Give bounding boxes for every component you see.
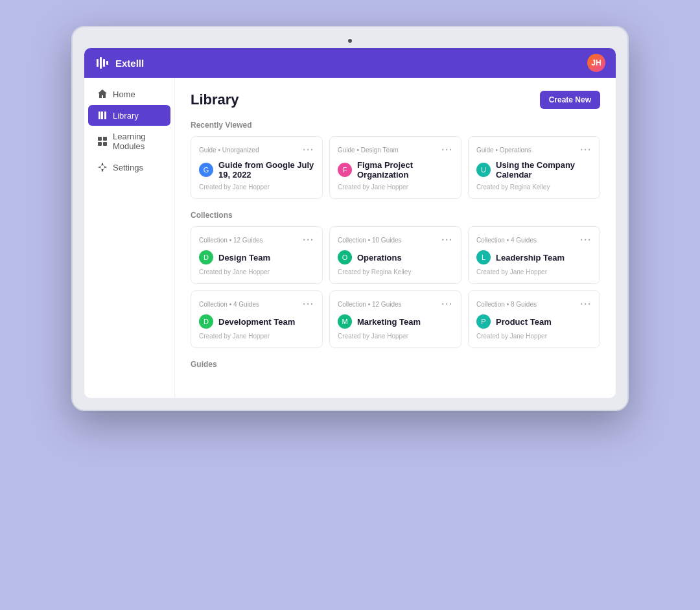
card-title: Design Team [218, 253, 270, 263]
card-more-button[interactable]: ··· [303, 235, 314, 245]
card-icon: D [199, 250, 213, 264]
svg-rect-3 [106, 61, 108, 65]
card-meta-label: Collection • 4 Guides [476, 237, 537, 244]
guides-label: Guides [191, 360, 600, 369]
content-area: Library Create New Recently Viewed Guide… [175, 78, 616, 398]
card-item[interactable]: Guide • Operations ··· U Using the Compa… [468, 136, 600, 199]
card-title: Operations [357, 253, 402, 263]
card-meta: Collection • 10 Guides ··· [338, 235, 453, 245]
sidebar-label-learning-modules: Learning Modules [113, 132, 161, 151]
card-title: Leadership Team [496, 253, 565, 263]
card-more-button[interactable]: ··· [580, 235, 592, 245]
card-title: Product Team [496, 317, 552, 327]
card-meta: Collection • 12 Guides ··· [199, 235, 314, 245]
card-more-button[interactable]: ··· [441, 235, 453, 245]
card-meta: Guide • Unorganized ··· [199, 145, 314, 155]
main-layout: Home Library [84, 78, 616, 398]
recently-viewed-label: Recently Viewed [191, 121, 600, 130]
svg-rect-1 [100, 57, 102, 69]
card-title: Guide from Google July 19, 2022 [218, 160, 314, 180]
card-creator: Created by Jane Hopper [338, 333, 453, 340]
card-title: Development Team [218, 317, 295, 327]
card-meta-label: Guide • Unorganized [199, 147, 259, 154]
card-icon: P [476, 314, 491, 329]
card-title: Using the Company Calendar [496, 160, 592, 180]
card-meta-label: Collection • 8 Guides [476, 301, 537, 308]
card-item[interactable]: Collection • 4 Guides ··· L Leadership T… [468, 226, 600, 284]
card-item[interactable]: Collection • 10 Guides ··· O Operations … [329, 226, 461, 284]
card-meta-label: Collection • 12 Guides [338, 301, 402, 308]
app-name: Extelll [115, 58, 144, 69]
card-item[interactable]: Collection • 4 Guides ··· D Development … [191, 290, 323, 348]
card-meta-label: Guide • Design Team [338, 147, 399, 154]
card-item[interactable]: Guide • Design Team ··· F Figma Project … [329, 136, 461, 199]
card-creator: Created by Jane Hopper [199, 333, 314, 340]
card-more-button[interactable]: ··· [580, 145, 592, 155]
sidebar-label-library: Library [113, 111, 139, 121]
collections-grid: Collection • 12 Guides ··· D Design Team… [191, 226, 600, 348]
card-meta: Collection • 8 Guides ··· [476, 299, 592, 309]
sidebar-item-library[interactable]: Library [88, 105, 170, 126]
card-meta: Collection • 4 Guides ··· [199, 299, 314, 309]
svg-rect-2 [103, 59, 105, 67]
card-title-row: O Operations [338, 250, 453, 264]
avatar-initials: JH [591, 58, 601, 67]
card-title-row: L Leadership Team [476, 250, 592, 264]
card-item[interactable]: Collection • 12 Guides ··· M Marketing T… [329, 290, 461, 348]
card-title: Marketing Team [357, 317, 421, 327]
create-new-button[interactable]: Create New [540, 91, 600, 109]
card-more-button[interactable]: ··· [303, 299, 314, 309]
card-icon: L [476, 250, 491, 264]
sidebar-item-learning-modules[interactable]: Learning Modules [88, 126, 170, 156]
logo-icon [95, 55, 110, 71]
monitor-wrapper: Extelll JH Home [71, 26, 629, 411]
card-creator: Created by Jane Hopper [338, 183, 453, 191]
card-title-row: G Guide from Google July 19, 2022 [199, 160, 314, 180]
sidebar-label-home: Home [113, 89, 135, 99]
card-creator: Created by Jane Hopper [476, 333, 592, 340]
card-icon: M [338, 314, 352, 329]
user-avatar[interactable]: JH [587, 54, 605, 72]
card-title-row: D Development Team [199, 314, 314, 329]
card-item[interactable]: Guide • Unorganized ··· G Guide from Goo… [191, 136, 323, 199]
card-icon: U [476, 163, 491, 177]
camera-dot [348, 39, 352, 43]
card-title-row: M Marketing Team [338, 314, 453, 329]
card-icon: F [338, 163, 352, 177]
card-meta: Collection • 12 Guides ··· [338, 299, 453, 309]
svg-rect-0 [97, 59, 99, 67]
card-creator: Created by Jane Hopper [199, 183, 314, 191]
card-more-button[interactable]: ··· [303, 145, 314, 155]
card-title-row: P Product Team [476, 314, 592, 329]
card-title-row: F Figma Project Organization [338, 160, 453, 180]
card-more-button[interactable]: ··· [441, 299, 453, 309]
screen-inner: Extelll JH Home [84, 48, 616, 398]
library-icon [97, 110, 108, 121]
card-title-row: D Design Team [199, 250, 314, 264]
card-icon: D [199, 314, 213, 329]
card-meta-label: Collection • 4 Guides [199, 301, 259, 308]
card-creator: Created by Regina Kelley [476, 183, 592, 191]
card-title: Figma Project Organization [357, 160, 453, 180]
card-meta-label: Collection • 10 Guides [338, 237, 402, 244]
card-creator: Created by Regina Kelley [338, 268, 453, 276]
card-creator: Created by Jane Hopper [476, 268, 592, 276]
app: Extelll JH Home [84, 48, 616, 398]
card-icon: O [338, 250, 352, 264]
sidebar-item-home[interactable]: Home [88, 84, 170, 104]
settings-icon [97, 162, 108, 172]
card-creator: Created by Jane Hopper [199, 268, 314, 276]
card-meta: Guide • Design Team ··· [338, 145, 453, 155]
page-title: Library [191, 91, 239, 108]
card-item[interactable]: Collection • 12 Guides ··· D Design Team… [191, 226, 323, 284]
card-more-button[interactable]: ··· [441, 145, 453, 155]
card-meta: Collection • 4 Guides ··· [476, 235, 592, 245]
svg-rect-4 [98, 137, 102, 141]
card-more-button[interactable]: ··· [580, 299, 592, 309]
modules-icon [97, 136, 108, 147]
sidebar: Home Library [84, 78, 175, 398]
sidebar-label-settings: Settings [113, 163, 143, 172]
svg-rect-6 [98, 142, 102, 146]
card-item[interactable]: Collection • 8 Guides ··· P Product Team… [468, 290, 600, 348]
sidebar-item-settings[interactable]: Settings [88, 157, 170, 178]
